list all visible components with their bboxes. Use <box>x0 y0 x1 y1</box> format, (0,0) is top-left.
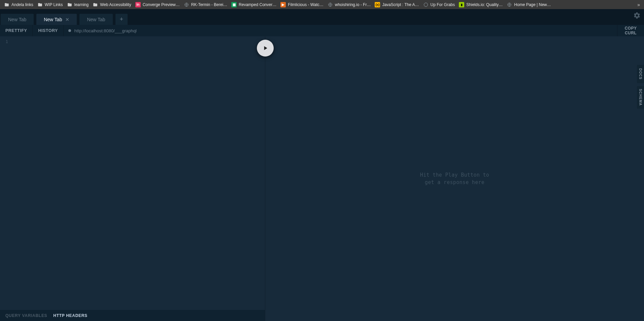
gear-icon <box>633 12 641 19</box>
schema-drawer-handle[interactable]: SCHEMA <box>637 86 644 109</box>
bookmark-item[interactable]: Up For Grabs <box>423 2 455 7</box>
bookmark-label: Andela links <box>11 2 33 7</box>
response-pane: Hit the Play Button to get a response he… <box>265 36 644 321</box>
js-icon: {x} <box>375 2 380 7</box>
toolbar: PRETTIFY HISTORY COPY CURL <box>0 25 644 36</box>
run-query-button[interactable] <box>257 40 274 57</box>
play-icon <box>262 45 269 51</box>
query-editor[interactable]: 1 <box>0 36 265 310</box>
bookmark-label: Filmlicious - Watc… <box>288 2 324 7</box>
bookmark-label: Shields.io: Quality… <box>466 2 503 7</box>
bookmark-item[interactable]: Home Page | New… <box>507 2 551 7</box>
folder-icon <box>67 2 72 7</box>
bookmark-label: Converge Preview… <box>143 2 180 7</box>
invision-icon: in <box>135 2 141 7</box>
folder-icon <box>4 2 9 7</box>
tab-label: New Tab <box>44 17 62 22</box>
close-tab-icon[interactable]: ✕ <box>65 17 69 22</box>
tab-label: New Tab <box>87 17 105 22</box>
bookmark-item[interactable]: Web Accessibility <box>93 2 131 7</box>
playground-tab-strip: New TabNew Tab✕New Tab + <box>0 9 644 25</box>
bookmark-item[interactable]: WIP Links <box>37 2 63 7</box>
query-editor-pane: 1 QUERY VARIABLES HTTP HEADERS <box>0 36 265 321</box>
bookmark-label: Up For Grabs <box>431 2 455 7</box>
bookmark-label: JavaScript : The A… <box>382 2 419 7</box>
docs-drawer-handle[interactable]: DOCS <box>637 65 644 83</box>
bookmark-label: Revamped Conver… <box>239 2 276 7</box>
globe-icon <box>507 2 512 7</box>
sheets-icon: ▦ <box>231 2 237 7</box>
bookmark-item[interactable]: {x}JavaScript : The A… <box>375 2 419 7</box>
playground-tab[interactable]: New Tab <box>1 14 34 25</box>
globe-icon <box>184 2 189 7</box>
copy-curl-button[interactable]: COPY CURL <box>617 25 644 36</box>
bookmark-item[interactable]: inConverge Preview… <box>135 2 180 7</box>
settings-button[interactable] <box>633 12 641 21</box>
endpoint-url-input[interactable] <box>74 28 612 33</box>
bookmark-item[interactable]: RK-Termin - Berei… <box>184 2 227 7</box>
playground-tab[interactable]: New Tab✕ <box>36 14 77 25</box>
new-tab-button[interactable]: + <box>115 14 128 25</box>
bookmark-item[interactable]: ▶Filmlicious - Watc… <box>280 2 324 7</box>
bookmark-label: WIP Links <box>45 2 63 7</box>
globe-icon <box>328 2 333 7</box>
shields-icon: ▮ <box>459 2 464 7</box>
line-number: 1 <box>0 39 8 44</box>
editor-bottom-tabs: QUERY VARIABLES HTTP HEADERS <box>0 310 265 321</box>
bookmarks-overflow-button[interactable]: » <box>637 2 640 7</box>
prettify-button[interactable]: PRETTIFY <box>0 25 33 36</box>
tab-query-variables[interactable]: QUERY VARIABLES <box>5 313 47 318</box>
bookmark-label: learning <box>74 2 89 7</box>
folder-icon <box>93 2 98 7</box>
history-button[interactable]: HISTORY <box>33 25 63 36</box>
tab-http-headers[interactable]: HTTP HEADERS <box>53 313 88 318</box>
circle-icon <box>423 2 429 7</box>
main-split: 1 QUERY VARIABLES HTTP HEADERS Hit the P… <box>0 36 644 321</box>
endpoint-url-area <box>64 25 617 36</box>
playground-tab[interactable]: New Tab <box>79 14 112 25</box>
bookmark-label: whoishiring.io - Fr… <box>335 2 371 7</box>
editor-content[interactable] <box>11 36 265 310</box>
graphql-playground: New TabNew Tab✕New Tab + PRETTIFY HISTOR… <box>0 9 644 321</box>
folder-icon <box>37 2 43 7</box>
browser-bookmark-bar: Andela linksWIP LinkslearningWeb Accessi… <box>0 0 644 9</box>
bookmark-label: Home Page | New… <box>514 2 551 7</box>
bookmark-item[interactable]: learning <box>67 2 89 7</box>
status-dot-icon <box>68 29 71 32</box>
bookmark-label: RK-Termin - Berei… <box>191 2 227 7</box>
bookmark-item[interactable]: ▮Shields.io: Quality… <box>459 2 503 7</box>
bookmark-item[interactable]: Andela links <box>4 2 33 7</box>
bookmark-item[interactable]: ▦Revamped Conver… <box>231 2 276 7</box>
editor-gutter: 1 <box>0 36 11 310</box>
bookmark-label: Web Accessibility <box>100 2 131 7</box>
response-placeholder: Hit the Play Button to get a response he… <box>420 171 489 186</box>
film-icon: ▶ <box>280 2 286 7</box>
bookmark-item[interactable]: whoishiring.io - Fr… <box>328 2 371 7</box>
tab-label: New Tab <box>8 17 26 22</box>
